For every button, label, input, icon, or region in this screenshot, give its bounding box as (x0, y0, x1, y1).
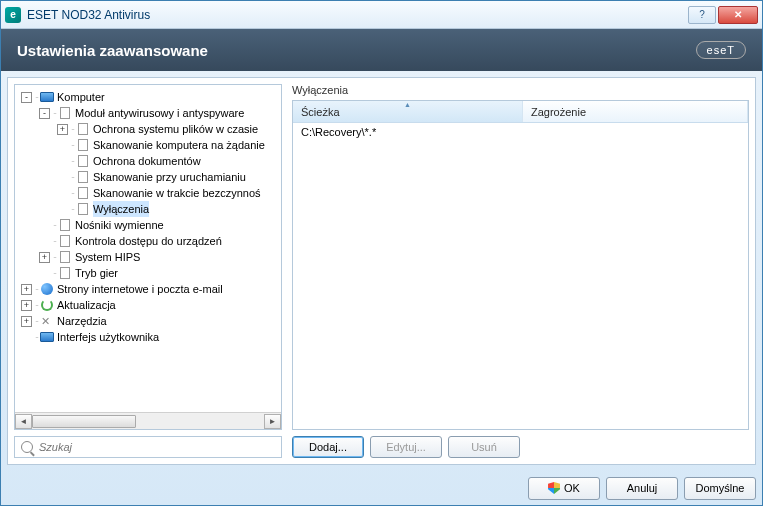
tree-connector: ·· (71, 185, 74, 201)
doc-icon (76, 123, 90, 135)
tree-connector: ·· (53, 233, 56, 249)
tree-connector: ·· (71, 201, 74, 217)
column-path[interactable]: ▲ Ścieżka (293, 101, 523, 122)
tree-item[interactable]: ··Skanowanie komputera na żądanie (17, 137, 279, 153)
tree-connector: ·· (71, 137, 74, 153)
tree-connector: ·· (35, 313, 38, 329)
tree-connector: ·· (35, 297, 38, 313)
tree-item[interactable]: ··Tryb gier (17, 265, 279, 281)
expand-icon[interactable]: + (21, 316, 32, 327)
scroll-left-arrow[interactable]: ◄ (15, 414, 32, 429)
tree-item[interactable]: -··Komputer (17, 89, 279, 105)
horizontal-scrollbar[interactable]: ◄ ► (15, 412, 281, 429)
footer: OK Anuluj Domyślne (1, 471, 762, 505)
tree-item-label: Narzędzia (57, 313, 107, 329)
tree-item[interactable]: ··Wyłączenia (17, 201, 279, 217)
expand-icon[interactable]: + (21, 284, 32, 295)
tree-item-label: Skanowanie przy uruchamianiu (93, 169, 246, 185)
tree-item-label: Komputer (57, 89, 105, 105)
cancel-button[interactable]: Anuluj (606, 477, 678, 500)
tree-item[interactable]: +··Aktualizacja (17, 297, 279, 313)
tools-icon (40, 315, 54, 327)
tree-item[interactable]: ··Ochrona dokumentów (17, 153, 279, 169)
tree-item[interactable]: +··Ochrona systemu plików w czasie (17, 121, 279, 137)
right-pane: Wyłączenia ▲ Ścieżka Zagrożenie C:\Recov… (292, 84, 749, 458)
scroll-thumb[interactable] (32, 415, 136, 428)
tree-item-label: Tryb gier (75, 265, 118, 281)
app-icon: e (5, 7, 21, 23)
expand-icon[interactable]: + (39, 252, 50, 263)
tree-item[interactable]: +··System HIPS (17, 249, 279, 265)
add-button[interactable]: Dodaj... (292, 436, 364, 458)
help-button[interactable]: ? (688, 6, 716, 24)
toggle-placeholder (39, 268, 50, 279)
tree-item[interactable]: -··Moduł antywirusowy i antyspyware (17, 105, 279, 121)
search-icon (21, 441, 33, 453)
scroll-track[interactable] (32, 414, 264, 429)
titlebar: e ESET NOD32 Antivirus ? ✕ (1, 1, 762, 29)
sort-indicator-icon: ▲ (404, 101, 411, 108)
expand-icon[interactable]: + (57, 124, 68, 135)
toggle-placeholder (39, 220, 50, 231)
collapse-icon[interactable]: - (39, 108, 50, 119)
toggle-placeholder (57, 172, 68, 183)
collapse-icon[interactable]: - (21, 92, 32, 103)
edit-button[interactable]: Edytuj... (370, 436, 442, 458)
tree-item-label: Wyłączenia (93, 201, 149, 217)
toggle-placeholder (39, 236, 50, 247)
tree-item[interactable]: ··Kontrola dostępu do urządzeń (17, 233, 279, 249)
tree-item[interactable]: +··Narzędzia (17, 313, 279, 329)
tree-connector: ·· (53, 217, 56, 233)
close-button[interactable]: ✕ (718, 6, 758, 24)
tree-item[interactable]: ··Interfejs użytkownika (17, 329, 279, 345)
content: -··Komputer-··Moduł antywirusowy i antys… (7, 77, 756, 465)
search-input[interactable] (39, 441, 275, 453)
tree-item[interactable]: ··Nośniki wymienne (17, 217, 279, 233)
toggle-placeholder (21, 332, 32, 343)
doc-icon (76, 139, 90, 151)
tree-item-label: Aktualizacja (57, 297, 116, 313)
delete-button[interactable]: Usuń (448, 436, 520, 458)
table-header: ▲ Ścieżka Zagrożenie (293, 101, 748, 123)
search-box[interactable] (14, 436, 282, 458)
toggle-placeholder (57, 188, 68, 199)
scroll-right-arrow[interactable]: ► (264, 414, 281, 429)
doc-icon (58, 251, 72, 263)
monitor-icon (40, 331, 54, 343)
doc-icon (76, 187, 90, 199)
column-threat[interactable]: Zagrożenie (523, 101, 748, 122)
tree-connector: ·· (35, 329, 38, 345)
tree-item-label: System HIPS (75, 249, 140, 265)
tree-item-label: Strony internetowe i poczta e-mail (57, 281, 223, 297)
tree-item[interactable]: ··Skanowanie przy uruchamianiu (17, 169, 279, 185)
expand-icon[interactable]: + (21, 300, 32, 311)
monitor-icon (40, 91, 54, 103)
tree-connector: ·· (71, 153, 74, 169)
default-button[interactable]: Domyślne (684, 477, 756, 500)
doc-icon (76, 203, 90, 215)
tree-item-label: Moduł antywirusowy i antyspyware (75, 105, 244, 121)
left-pane: -··Komputer-··Moduł antywirusowy i antys… (14, 84, 282, 458)
tree-item[interactable]: +··Strony internetowe i poczta e-mail (17, 281, 279, 297)
window-title: ESET NOD32 Antivirus (27, 8, 688, 22)
tree-connector: ·· (71, 121, 74, 137)
globe-icon (40, 283, 54, 295)
ok-button[interactable]: OK (528, 477, 600, 500)
table-body[interactable]: C:\Recovery\*.* (293, 123, 748, 429)
section-title: Wyłączenia (292, 84, 749, 96)
tree-item-label: Kontrola dostępu do urządzeń (75, 233, 222, 249)
shield-icon (548, 482, 560, 494)
tree-connector: ·· (35, 89, 38, 105)
doc-icon (58, 219, 72, 231)
table-row[interactable]: C:\Recovery\*.* (293, 123, 748, 141)
exclusions-table: ▲ Ścieżka Zagrożenie C:\Recovery\*.* (292, 100, 749, 430)
page-title: Ustawienia zaawansowane (17, 42, 208, 59)
tree-connector: ·· (53, 105, 56, 121)
tree-connector: ·· (53, 249, 56, 265)
tree-item[interactable]: ··Skanowanie w trakcie bezczynnoś (17, 185, 279, 201)
doc-icon (76, 171, 90, 183)
tree-view[interactable]: -··Komputer-··Moduł antywirusowy i antys… (14, 84, 282, 430)
column-path-label: Ścieżka (301, 106, 340, 118)
tree-item-label: Interfejs użytkownika (57, 329, 159, 345)
toggle-placeholder (57, 140, 68, 151)
